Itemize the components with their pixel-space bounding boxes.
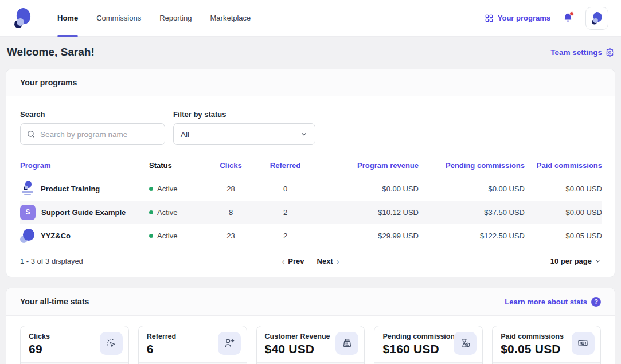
status-filter-value: All <box>181 130 189 139</box>
col-paid-commissions[interactable]: Paid commissions <box>525 156 602 177</box>
referred-value: 2 <box>255 201 315 224</box>
chevron-down-icon <box>595 258 601 264</box>
stat-card-pending-commissions: Pending commissions $160 USD All time <box>374 326 483 364</box>
yyzco-logo <box>20 228 35 243</box>
table-header-row: Program Status Clicks Referred Program r… <box>20 156 602 177</box>
stats-card-header: Your all-time stats Learn more about sta… <box>6 288 615 316</box>
avatar-logo-light <box>593 18 598 23</box>
your-programs-link[interactable]: Your programs <box>485 14 550 23</box>
stat-footer: All time <box>493 362 600 364</box>
pending-value: $0.00 USD <box>419 177 525 201</box>
pending-value: $122.50 USD <box>419 224 525 248</box>
notifications-button[interactable] <box>562 12 574 24</box>
avatar-logo <box>591 11 603 25</box>
clicks-value: 23 <box>206 224 255 248</box>
status-dot <box>149 234 153 238</box>
per-page-label: 10 per page <box>550 257 592 265</box>
all-time-stats-card: Your all-time stats Learn more about sta… <box>6 288 615 364</box>
stat-cards-row: Clicks 69 All time Referred 6 <box>6 316 615 364</box>
table-row[interactable]: Product Training Active 28 0 $0.00 USD $… <box>20 177 602 201</box>
team-settings-link[interactable]: Team settings <box>550 48 614 57</box>
revenue-value: $0.00 USD <box>315 177 419 201</box>
table-row[interactable]: YYZ&Co Active 23 2 $29.99 USD $122.50 US… <box>20 224 602 248</box>
nav-item-commissions[interactable]: Commissions <box>87 0 150 37</box>
referred-value: 0 <box>255 177 315 201</box>
learn-more-label: Learn more about stats <box>505 298 587 306</box>
chevron-down-icon <box>300 130 308 138</box>
prev-button[interactable]: ‹ Prev <box>282 257 304 266</box>
programs-card-header: Your programs <box>6 69 615 96</box>
search-icon <box>26 130 36 139</box>
status-filter-select[interactable]: All <box>173 123 315 145</box>
programs-card-title: Your programs <box>20 78 77 87</box>
status-dot <box>149 187 153 191</box>
question-circle-icon: ? <box>591 297 601 307</box>
cash-register-icon <box>335 332 358 355</box>
col-program-revenue[interactable]: Program revenue <box>315 156 419 177</box>
nav-right: Your programs <box>485 7 608 30</box>
grid-icon <box>485 14 494 23</box>
nav-item-marketplace[interactable]: Marketplace <box>201 0 260 37</box>
col-program[interactable]: Program <box>20 156 149 177</box>
primary-nav: Home Commissions Reporting Marketplace <box>48 0 260 37</box>
nav-item-home[interactable]: Home <box>48 0 87 37</box>
learn-more-link[interactable]: Learn more about stats ? <box>505 297 601 307</box>
stat-footer: All time <box>257 362 365 364</box>
next-button[interactable]: Next › <box>317 257 339 266</box>
status-dot <box>149 210 153 214</box>
col-clicks[interactable]: Clicks <box>206 156 255 177</box>
support-guide-avatar: S <box>20 205 36 220</box>
stats-card-title: Your all-time stats <box>20 297 89 306</box>
page-title: Welcome, Sarah! <box>7 46 95 58</box>
stat-card-paid-commissions: Paid commissions $0.05 USD All time <box>492 326 601 364</box>
search-box <box>20 123 165 145</box>
revenue-value: $29.99 USD <box>315 224 419 248</box>
your-programs-card: Your programs Search Filter by status Al… <box>6 69 615 277</box>
brand-logo[interactable] <box>13 7 32 29</box>
stat-card-clicks: Clicks 69 All time <box>20 326 129 364</box>
programs-filters: Search Filter by status All <box>6 96 615 156</box>
col-status: Status <box>149 156 206 177</box>
banknote-icon <box>572 332 595 355</box>
paid-value: $0.00 USD <box>525 177 602 201</box>
table-row[interactable]: S Support Guide Example Active 8 2 $10.1… <box>20 201 602 224</box>
per-page-select[interactable]: 10 per page <box>550 257 601 265</box>
stat-card-customer-revenue: Customer Revenue $40 USD All time <box>256 326 365 364</box>
welcome-row: Welcome, Sarah! Team settings <box>0 37 621 66</box>
chevron-left-icon: ‹ <box>282 257 285 266</box>
logo-light-circle <box>17 18 24 26</box>
revenue-value: $10.12 USD <box>315 201 419 224</box>
paid-value: $0.00 USD <box>525 201 602 224</box>
prev-label: Prev <box>288 257 304 265</box>
stat-footer: All time <box>21 362 128 364</box>
next-label: Next <box>317 257 333 265</box>
your-programs-label: Your programs <box>498 14 550 22</box>
status-badge: Active <box>157 185 177 193</box>
paid-value: $0.05 USD <box>525 224 602 248</box>
search-label: Search <box>20 110 165 119</box>
cursor-click-icon <box>100 332 123 355</box>
stat-card-referred: Referred 6 All time <box>138 326 247 364</box>
status-badge: Active <box>157 232 177 240</box>
programs-table: Program Status Clicks Referred Program r… <box>20 156 602 248</box>
search-field-group: Search <box>20 110 165 145</box>
team-settings-label: Team settings <box>550 48 602 57</box>
search-input[interactable] <box>40 130 159 139</box>
stat-footer: All time <box>139 362 247 364</box>
nav-item-reporting[interactable]: Reporting <box>150 0 201 37</box>
user-plus-icon <box>218 332 241 355</box>
col-pending-commissions[interactable]: Pending commissions <box>419 156 525 177</box>
page-controls: ‹ Prev Next › <box>282 257 339 266</box>
col-referred[interactable]: Referred <box>255 156 315 177</box>
pagination-summary: 1 - 3 of 3 displayed <box>20 257 83 265</box>
program-name: YYZ&Co <box>41 232 71 240</box>
chevron-right-icon: › <box>337 257 339 266</box>
referred-value: 2 <box>255 224 315 248</box>
gear-icon <box>606 48 614 57</box>
account-avatar[interactable] <box>585 7 608 30</box>
clicks-value: 28 <box>206 177 255 201</box>
top-nav: Home Commissions Reporting Marketplace Y… <box>0 0 621 37</box>
program-name: Product Training <box>41 185 100 193</box>
product-training-logo <box>20 181 35 197</box>
program-name: Support Guide Example <box>41 208 126 217</box>
